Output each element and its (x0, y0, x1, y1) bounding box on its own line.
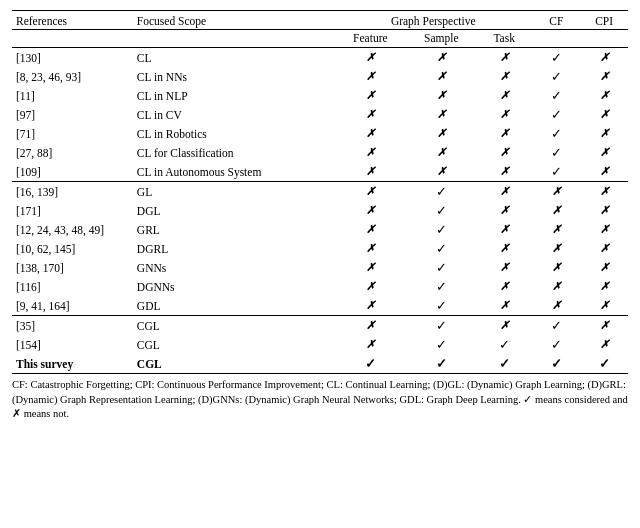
cell-ref: This survey (12, 354, 133, 374)
cell-task: ✗ (476, 182, 533, 202)
cell-cf: ✗ (532, 239, 580, 258)
cell-task: ✗ (476, 48, 533, 68)
cell-cf: ✓ (532, 48, 580, 68)
cell-ref: [12, 24, 43, 48, 49] (12, 220, 133, 239)
cell-cf: ✗ (532, 201, 580, 220)
cell-sample: ✓ (407, 277, 476, 296)
cell-feature: ✓ (334, 354, 407, 374)
cell-cf: ✓ (532, 86, 580, 105)
cell-ref: [154] (12, 335, 133, 354)
cell-scope: DGNNs (133, 277, 334, 296)
cell-scope: CL (133, 48, 334, 68)
cell-sample: ✓ (407, 220, 476, 239)
cell-sample: ✓ (407, 335, 476, 354)
cell-feature: ✗ (334, 124, 407, 143)
table-row: [171] DGL ✗ ✓ ✗ ✗ ✗ (12, 201, 628, 220)
cell-feature: ✗ (334, 335, 407, 354)
cell-task: ✗ (476, 162, 533, 182)
cell-ref: [16, 139] (12, 182, 133, 202)
cell-ref: [11] (12, 86, 133, 105)
cell-task: ✗ (476, 220, 533, 239)
cell-ref: [97] (12, 105, 133, 124)
cell-cf: ✗ (532, 296, 580, 316)
cell-cpi: ✗ (580, 48, 628, 68)
cell-feature: ✗ (334, 220, 407, 239)
col-header-graph-perspective: Graph Perspective (334, 11, 533, 30)
cell-sample: ✓ (407, 239, 476, 258)
cell-feature: ✗ (334, 201, 407, 220)
cell-cpi: ✗ (580, 296, 628, 316)
table-header-top: References Focused Scope Graph Perspecti… (12, 11, 628, 30)
cell-ref: [138, 170] (12, 258, 133, 277)
cell-cpi: ✗ (580, 316, 628, 336)
cell-task: ✗ (476, 277, 533, 296)
cell-ref: [9, 41, 164] (12, 296, 133, 316)
cell-scope: GNNs (133, 258, 334, 277)
cell-cpi: ✗ (580, 201, 628, 220)
cell-feature: ✗ (334, 277, 407, 296)
cell-scope: CL in Robotics (133, 124, 334, 143)
footer-text: CF: Catastrophic Forgetting; CPI: Contin… (12, 374, 628, 423)
cell-cpi: ✗ (580, 105, 628, 124)
cell-feature: ✗ (334, 239, 407, 258)
cell-sample: ✓ (407, 296, 476, 316)
cell-sample: ✗ (407, 124, 476, 143)
cell-scope: CL in NLP (133, 86, 334, 105)
col-header-cf: CF (532, 11, 580, 30)
cell-scope: GL (133, 182, 334, 202)
col-header-scope: Focused Scope (133, 11, 334, 30)
cell-feature: ✗ (334, 162, 407, 182)
cell-cpi: ✗ (580, 335, 628, 354)
cell-sample: ✗ (407, 86, 476, 105)
cell-feature: ✗ (334, 105, 407, 124)
cell-task: ✗ (476, 258, 533, 277)
col-header-task: Task (476, 30, 533, 48)
cell-feature: ✗ (334, 296, 407, 316)
cell-task: ✗ (476, 105, 533, 124)
main-table-container: References Focused Scope Graph Perspecti… (12, 10, 628, 422)
col-header-feature: Feature (334, 30, 407, 48)
cell-cpi: ✗ (580, 67, 628, 86)
cell-scope: CGL (133, 354, 334, 374)
cell-cpi: ✗ (580, 124, 628, 143)
table-row: [11] CL in NLP ✗ ✗ ✗ ✓ ✗ (12, 86, 628, 105)
cell-task: ✗ (476, 124, 533, 143)
cell-task: ✗ (476, 143, 533, 162)
cell-sample: ✗ (407, 67, 476, 86)
cell-cf: ✗ (532, 220, 580, 239)
cell-scope: DGL (133, 201, 334, 220)
table-row: [9, 41, 164] GDL ✗ ✓ ✗ ✗ ✗ (12, 296, 628, 316)
cell-ref: [109] (12, 162, 133, 182)
cell-ref: [10, 62, 145] (12, 239, 133, 258)
cell-scope: CGL (133, 335, 334, 354)
cell-ref: [8, 23, 46, 93] (12, 67, 133, 86)
cell-sample: ✗ (407, 48, 476, 68)
cell-cf: ✗ (532, 258, 580, 277)
cell-sample: ✓ (407, 258, 476, 277)
cell-sample: ✗ (407, 162, 476, 182)
cell-cpi: ✗ (580, 258, 628, 277)
cell-feature: ✗ (334, 316, 407, 336)
col-header-cpi: CPI (580, 11, 628, 30)
cell-cf: ✓ (532, 143, 580, 162)
cell-sample: ✗ (407, 105, 476, 124)
cell-cpi: ✗ (580, 220, 628, 239)
cell-sample: ✓ (407, 201, 476, 220)
table-row: [138, 170] GNNs ✗ ✓ ✗ ✗ ✗ (12, 258, 628, 277)
cell-scope: CGL (133, 316, 334, 336)
cell-feature: ✗ (334, 86, 407, 105)
cell-sample: ✗ (407, 143, 476, 162)
table-footer: CF: Catastrophic Forgetting; CPI: Contin… (12, 374, 628, 423)
cell-cpi: ✓ (580, 354, 628, 374)
cell-cpi: ✗ (580, 86, 628, 105)
cell-cpi: ✗ (580, 239, 628, 258)
table-row: [109] CL in Autonomous System ✗ ✗ ✗ ✓ ✗ (12, 162, 628, 182)
table-row: [8, 23, 46, 93] CL in NNs ✗ ✗ ✗ ✓ ✗ (12, 67, 628, 86)
cell-task: ✗ (476, 239, 533, 258)
cell-cf: ✓ (532, 354, 580, 374)
cell-cf: ✓ (532, 124, 580, 143)
cell-task: ✓ (476, 335, 533, 354)
cell-scope: GRL (133, 220, 334, 239)
table-row: [154] CGL ✗ ✓ ✓ ✓ ✗ (12, 335, 628, 354)
table-row: [12, 24, 43, 48, 49] GRL ✗ ✓ ✗ ✗ ✗ (12, 220, 628, 239)
